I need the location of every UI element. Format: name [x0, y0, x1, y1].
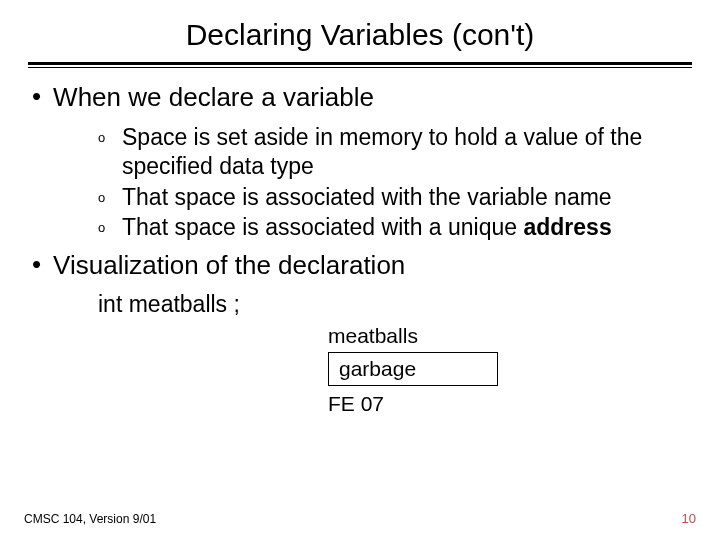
code-declaration: int meatballs ;	[98, 291, 692, 318]
viz-variable-name: meatballs	[328, 324, 692, 348]
bullet-2: • Visualization of the declaration	[32, 250, 692, 281]
sub-marker-icon: o	[98, 183, 108, 206]
footer-page-number: 10	[682, 511, 696, 526]
sub-bullet-3-prefix: That space is associated with a unique	[122, 214, 523, 240]
viz-memory-box: garbage	[328, 352, 498, 386]
sub-bullet-3-bold: address	[523, 214, 611, 240]
title-rule-thin	[28, 67, 692, 68]
sub-bullet-list-1: o Space is set aside in memory to hold a…	[98, 123, 692, 242]
slide: Declaring Variables (con't) • When we de…	[0, 0, 720, 540]
sub-bullet-1: o Space is set aside in memory to hold a…	[98, 123, 692, 181]
sub-marker-icon: o	[98, 123, 108, 146]
viz-address: FE 07	[328, 392, 692, 416]
bullet-1-text: When we declare a variable	[53, 82, 374, 113]
slide-title: Declaring Variables (con't)	[28, 18, 692, 52]
footer-course: CMSC 104, Version 9/01	[24, 512, 156, 526]
bullet-dot-icon: •	[32, 82, 41, 111]
sub-bullet-1-text: Space is set aside in memory to hold a v…	[122, 123, 692, 181]
bullet-1: • When we declare a variable	[32, 82, 692, 113]
title-rule-thick	[28, 62, 692, 65]
memory-visualization: meatballs garbage FE 07	[328, 324, 692, 416]
bullet-2-text: Visualization of the declaration	[53, 250, 405, 281]
sub-bullet-3-text: That space is associated with a unique a…	[122, 213, 612, 242]
sub-bullet-2: o That space is associated with the vari…	[98, 183, 692, 212]
sub-bullet-2-text: That space is associated with the variab…	[122, 183, 612, 212]
bullet-dot-icon: •	[32, 250, 41, 279]
sub-marker-icon: o	[98, 213, 108, 236]
sub-bullet-3: o That space is associated with a unique…	[98, 213, 692, 242]
